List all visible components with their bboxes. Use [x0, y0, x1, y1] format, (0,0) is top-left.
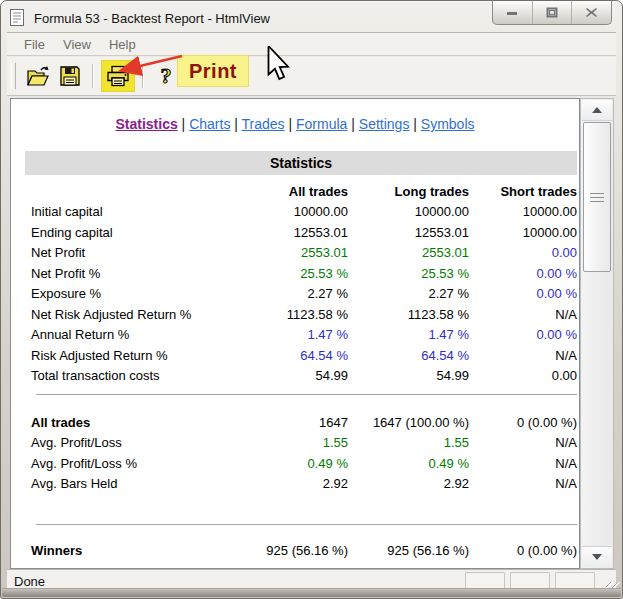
row-value: 2.27 %: [233, 286, 348, 301]
row-value: 0.00 %: [469, 266, 577, 281]
menu-item-file[interactable]: File: [15, 34, 54, 55]
table-row: Avg. Profit/Loss1.551.55N/A: [11, 433, 579, 454]
vertical-scrollbar[interactable]: [580, 98, 614, 569]
row-label: Annual Return %: [11, 327, 233, 342]
row-value: 12553.01: [348, 225, 469, 240]
row-value: 12553.01: [233, 225, 348, 240]
column-header-all-trades: All trades: [233, 184, 348, 199]
table-section: Initial capital10000.0010000.0010000.00E…: [11, 202, 579, 387]
table-row: Net Profit %25.53 %25.53 %0.00 %: [11, 263, 579, 284]
window-controls: [492, 1, 612, 25]
printer-icon: [106, 65, 130, 87]
table-header-row: All trades Long trades Short trades: [11, 181, 579, 202]
close-button[interactable]: [572, 1, 611, 24]
row-value: 25.53 %: [233, 266, 348, 281]
row-label: Ending capital: [11, 225, 233, 240]
row-value: 2.92: [233, 476, 348, 491]
nav-link-charts[interactable]: Charts: [189, 116, 230, 132]
question-mark-icon: ?: [156, 64, 176, 88]
nav-separator: |: [178, 116, 189, 132]
row-value: 0.00: [469, 245, 577, 260]
row-value: 10000.00: [469, 225, 577, 240]
table-row: Net Risk Adjusted Return %1123.58 %1123.…: [11, 304, 579, 325]
nav-separator: |: [409, 116, 420, 132]
row-value: 2553.01: [233, 245, 348, 260]
print-button[interactable]: [102, 61, 134, 91]
title-bar: Formula 53 - Backtest Report - HtmlView: [9, 5, 492, 31]
menu-item-help[interactable]: Help: [100, 34, 145, 55]
row-value: N/A: [469, 348, 577, 363]
nav-link-settings[interactable]: Settings: [359, 116, 410, 132]
nav-separator: |: [347, 116, 358, 132]
table-section: Winners925 (56.16 %)925 (56.16 %)0 (0.00…: [11, 540, 579, 561]
menu-item-view[interactable]: View: [54, 34, 100, 55]
row-value: 64.54 %: [348, 348, 469, 363]
row-value: 0.00: [469, 368, 577, 383]
row-value: 1123.58 %: [233, 307, 348, 322]
minimize-button[interactable]: [493, 1, 533, 24]
section-header-text: Statistics: [270, 155, 332, 171]
svg-text:?: ?: [161, 64, 172, 88]
report-view: Statistics | Charts | Trades | Formula |…: [10, 98, 580, 569]
row-label: Initial capital: [11, 204, 233, 219]
row-value: 25.53 %: [348, 266, 469, 281]
row-value: N/A: [469, 476, 577, 491]
row-value: N/A: [469, 435, 577, 450]
scrollbar-thumb[interactable]: [583, 122, 611, 272]
nav-link-formula[interactable]: Formula: [296, 116, 347, 132]
row-value: 1.47 %: [348, 327, 469, 342]
row-value: 1.47 %: [233, 327, 348, 342]
app-window: Formula 53 - Backtest Report - HtmlView …: [0, 0, 623, 599]
row-value: 0 (0.00 %): [469, 543, 577, 558]
row-value: N/A: [469, 307, 577, 322]
table-body: Initial capital10000.0010000.0010000.00E…: [11, 202, 579, 561]
table-row: Initial capital10000.0010000.0010000.00: [11, 202, 579, 223]
document-icon: [9, 9, 26, 27]
window-frame-bottom: [2, 588, 621, 597]
row-value: 925 (56.16 %): [233, 543, 348, 558]
table-row: Net Profit2553.012553.010.00: [11, 243, 579, 264]
row-label: Net Risk Adjusted Return %: [11, 307, 233, 322]
table-row: Exposure %2.27 %2.27 %0.00 %: [11, 284, 579, 305]
help-button[interactable]: ?: [152, 62, 180, 90]
nav-link-trades[interactable]: Trades: [242, 116, 285, 132]
row-label: Risk Adjusted Return %: [11, 348, 233, 363]
open-folder-icon: [26, 65, 50, 87]
scroll-up-button[interactable]: [582, 100, 612, 121]
column-header-long-trades: Long trades: [348, 184, 469, 199]
nav-link-statistics[interactable]: Statistics: [115, 116, 177, 132]
table-row: Total transaction costs54.9954.990.00: [11, 366, 579, 387]
print-annotation-label: Print: [177, 55, 249, 87]
minimize-icon: [506, 8, 518, 18]
row-value: 0.49 %: [233, 456, 348, 471]
table-row: Avg. Bars Held2.922.92N/A: [11, 474, 579, 495]
save-floppy-icon: [59, 65, 81, 87]
nav-separator: |: [285, 116, 296, 132]
row-value: 1647 (100.00 %): [348, 415, 469, 430]
row-label: Winners: [11, 543, 233, 558]
scroll-down-button[interactable]: [582, 546, 612, 567]
restore-button[interactable]: [533, 1, 573, 24]
row-label: Avg. Profit/Loss: [11, 435, 233, 450]
row-label: Net Profit: [11, 245, 233, 260]
row-value: 1.55: [233, 435, 348, 450]
section-divider: [36, 524, 577, 525]
table-section: All trades16471647 (100.00 %)0 (0.00 %)A…: [11, 412, 579, 494]
toolbar: ?: [7, 57, 616, 96]
row-value: 1647: [233, 415, 348, 430]
open-button[interactable]: [24, 62, 52, 90]
row-value: 0.00 %: [469, 286, 577, 301]
toolbar-grip: [11, 63, 16, 89]
nav-link-symbols[interactable]: Symbols: [421, 116, 475, 132]
chevron-down-icon: [592, 554, 602, 560]
row-value: 2.27 %: [348, 286, 469, 301]
row-value: 1.55: [348, 435, 469, 450]
save-button[interactable]: [56, 62, 84, 90]
row-value: 0 (0.00 %): [469, 415, 577, 430]
row-value: 1123.58 %: [348, 307, 469, 322]
window-title: Formula 53 - Backtest Report - HtmlView: [34, 11, 270, 26]
row-value: 0.49 %: [348, 456, 469, 471]
table-row: Ending capital12553.0112553.0110000.00: [11, 222, 579, 243]
nav-separator: |: [230, 116, 241, 132]
row-label: Exposure %: [11, 286, 233, 301]
